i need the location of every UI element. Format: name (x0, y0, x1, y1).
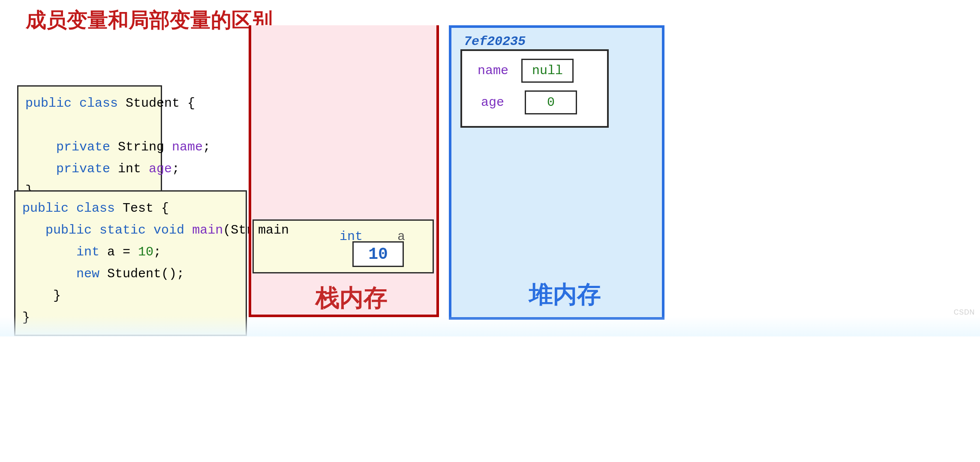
heap-field-label: age (481, 95, 521, 110)
code-text: ; (172, 162, 180, 176)
stack-frame-name: main (258, 223, 289, 237)
heap-field-value: 0 (525, 90, 577, 114)
heap-field-value: null (521, 59, 574, 83)
heap-field-name: name null (478, 59, 574, 83)
identifier: main (184, 223, 223, 237)
stack-frame-main: main int a 10 (253, 219, 434, 273)
page-title: 成员变量和局部变量的区别 (26, 6, 273, 34)
code-text: Test { (115, 201, 169, 216)
keyword: class (76, 201, 115, 216)
code-text: Student { (118, 96, 195, 111)
code-text: int (110, 162, 149, 176)
keyword: int (76, 245, 99, 259)
keyword: public (22, 201, 69, 216)
stack-var-value: 10 (352, 241, 404, 267)
code-text: ; (153, 245, 161, 259)
code-text: ; (203, 140, 210, 154)
heap-object-student: name null age 0 (460, 49, 609, 128)
heap-field-age: age 0 (481, 90, 577, 114)
heap-object-address: 7ef20235 (464, 34, 526, 49)
heap-field-label: name (478, 63, 518, 78)
keyword: new (76, 267, 99, 281)
keyword: private (56, 162, 110, 176)
identifier: name (172, 140, 203, 154)
number-literal: 10 (138, 245, 153, 259)
watermark: CSDN (954, 309, 975, 316)
keyword: static (99, 223, 146, 237)
code-text: Student(); (99, 267, 184, 281)
code-text: String (110, 140, 172, 154)
keyword: public (25, 96, 72, 111)
code-text: a = (99, 245, 138, 259)
identifier: age (149, 162, 172, 176)
code-text: } (22, 288, 61, 303)
keyword: class (79, 96, 118, 111)
keyword: void (153, 223, 184, 237)
keyword: private (56, 140, 110, 154)
keyword: public (45, 223, 92, 237)
decorative-wave (0, 302, 980, 336)
